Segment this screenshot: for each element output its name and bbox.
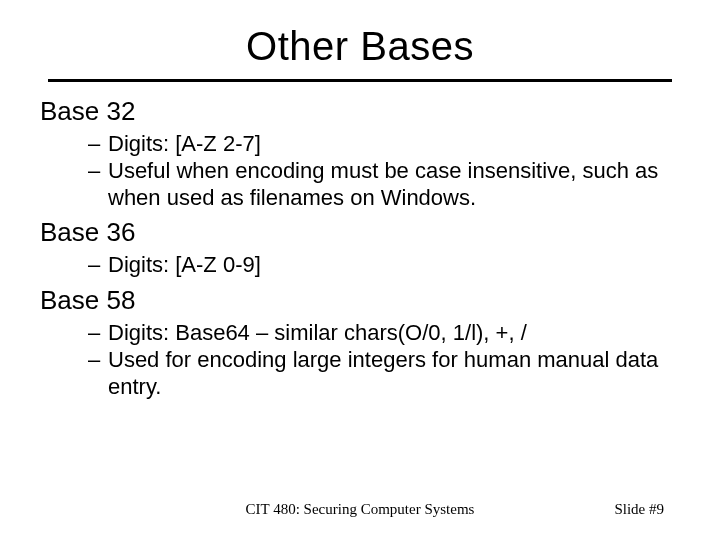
bullet-item: Digits: Base64 – similar chars(O/0, 1/l)… (88, 320, 680, 347)
slide: Other Bases Base 32 Digits: [A-Z 2-7] Us… (0, 0, 720, 540)
bullet-item: Digits: [A-Z 2-7] (88, 131, 680, 158)
section-heading-base32: Base 32 (40, 96, 680, 127)
bullet-item: Useful when encoding must be case insens… (88, 158, 680, 212)
section-heading-base58: Base 58 (40, 285, 680, 316)
bullets-base36: Digits: [A-Z 0-9] (40, 252, 680, 279)
bullets-base58: Digits: Base64 – similar chars(O/0, 1/l)… (40, 320, 680, 400)
title-rule (48, 79, 672, 82)
footer-slide-number: Slide #9 (614, 501, 664, 518)
slide-title: Other Bases (40, 24, 680, 69)
bullets-base32: Digits: [A-Z 2-7] Useful when encoding m… (40, 131, 680, 211)
bullet-item: Digits: [A-Z 0-9] (88, 252, 680, 279)
footer-course: CIT 480: Securing Computer Systems (0, 501, 720, 518)
bullet-item: Used for encoding large integers for hum… (88, 347, 680, 401)
section-heading-base36: Base 36 (40, 217, 680, 248)
